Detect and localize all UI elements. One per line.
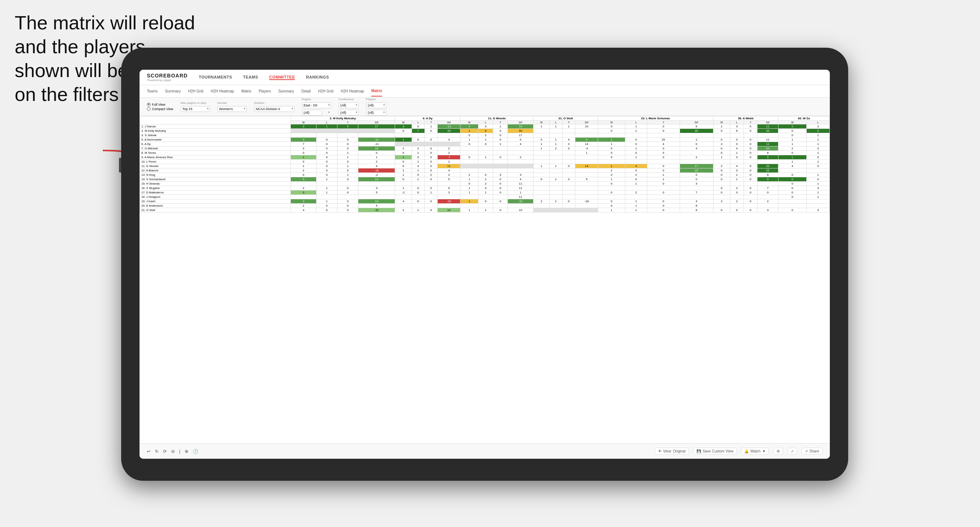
sh-l6: L xyxy=(730,121,743,124)
subnav-matrix2[interactable]: Matrix xyxy=(371,86,382,97)
cell xyxy=(395,182,412,186)
nav-teams[interactable]: TEAMS xyxy=(243,75,258,80)
compact-view-radio[interactable] xyxy=(147,107,151,111)
cell xyxy=(425,142,438,146)
zoom-in-icon[interactable]: ⊕ xyxy=(185,449,188,454)
cell xyxy=(395,142,412,146)
table-row: 9. A Maria Jimenez Rios 1011 100-7 0102 … xyxy=(140,155,830,160)
max-players-select[interactable]: Top 25 Top 50 All xyxy=(181,106,210,112)
cell: 1 xyxy=(730,151,743,155)
full-view-option[interactable]: Full View xyxy=(147,103,173,106)
players-select2[interactable]: (All) xyxy=(366,110,386,116)
subnav-h2h-grid2[interactable]: H2H Grid xyxy=(318,86,333,96)
cell: 0 xyxy=(425,168,438,173)
subnav-teams[interactable]: Teams xyxy=(147,86,158,96)
cell: 1 xyxy=(412,177,425,182)
subnav-summary1[interactable]: Summary xyxy=(165,86,181,96)
cell: 0 xyxy=(425,146,438,151)
cell: 0 xyxy=(730,138,743,142)
cell: 5 xyxy=(438,177,460,182)
subnav-detail[interactable]: Detail xyxy=(301,86,311,96)
cell xyxy=(460,160,479,164)
players-select[interactable]: (All) xyxy=(366,102,386,108)
cell: 2 xyxy=(479,133,493,138)
nav-committee[interactable]: COMMITTEE xyxy=(269,75,295,80)
refresh-icon[interactable]: ⟳ xyxy=(163,449,167,454)
cell: 1 xyxy=(460,208,479,213)
cell: 1 xyxy=(806,190,829,195)
cell: 2 xyxy=(598,168,625,173)
conference-select[interactable]: (All) xyxy=(339,102,359,108)
cell xyxy=(575,160,598,164)
division-select[interactable]: NCAA Division II NCAA Division I NCAA Di… xyxy=(254,106,294,112)
cell: 0 xyxy=(460,155,479,160)
cell xyxy=(562,195,575,199)
cell: 4 xyxy=(730,164,743,168)
subnav-summary2[interactable]: Summary xyxy=(278,86,294,96)
view-original-btn[interactable]: 👁 View: Original xyxy=(655,448,689,455)
full-view-radio[interactable] xyxy=(147,103,151,106)
cell: 0 xyxy=(743,155,757,160)
nav-rankings[interactable]: RANKINGS xyxy=(306,75,329,80)
cell xyxy=(549,160,562,164)
conference-select2[interactable]: (All) xyxy=(339,110,359,116)
subnav-matrix1[interactable]: Matrix xyxy=(241,86,251,96)
save-custom-btn[interactable]: 💾 Save Custom View xyxy=(693,448,737,455)
cell: 0 xyxy=(713,177,730,182)
compact-view-option[interactable]: Compact View xyxy=(147,107,173,111)
sh-w2: W xyxy=(395,121,412,124)
cell: 1 xyxy=(460,177,479,182)
subnav-h2h-heatmap1[interactable]: H2H Heatmap xyxy=(211,86,234,96)
cell xyxy=(508,160,533,164)
cell xyxy=(730,133,743,138)
region-select2[interactable]: (All) xyxy=(302,110,322,116)
cell: 0 xyxy=(493,182,508,186)
subnav-h2h-grid1[interactable]: H2H Grid xyxy=(188,86,204,96)
settings-btn[interactable]: ⚙ xyxy=(773,448,783,455)
cell: 2 xyxy=(757,199,778,204)
subnav-players[interactable]: Players xyxy=(259,86,271,96)
watch-btn[interactable]: 🔔 Watch ▼ xyxy=(741,448,769,455)
region-select[interactable]: East - DII West - DII (All) xyxy=(302,102,331,108)
cell: 2 xyxy=(479,177,493,182)
cell: 0 xyxy=(425,199,438,204)
cell: 4 xyxy=(395,199,412,204)
player-name: 16. X Mcgaha xyxy=(140,186,291,190)
cell: 0 xyxy=(493,155,508,160)
player-name: 15. H Stranda xyxy=(140,182,291,186)
zoom-out-icon[interactable]: ⊖ xyxy=(171,449,175,454)
matrix-container[interactable]: 2. M Kelly Mulcahy 6. A Dy 11. G Woods 2… xyxy=(140,116,830,443)
cell xyxy=(438,182,460,186)
cell: 2 xyxy=(290,168,316,173)
cell xyxy=(460,164,479,168)
cell: 7 xyxy=(680,190,713,195)
cell xyxy=(648,133,680,138)
max-players-label: Max players in view xyxy=(181,101,210,105)
cell xyxy=(533,151,549,155)
subnav-h2h-heatmap2[interactable]: H2H Heatmap xyxy=(341,86,364,96)
expand-btn[interactable]: ⤢ xyxy=(788,448,797,455)
settings-icon: ⚙ xyxy=(776,449,780,453)
nav-tournaments[interactable]: TOURNAMENTS xyxy=(199,75,232,80)
cell: 2 xyxy=(438,146,460,151)
cell xyxy=(412,195,425,199)
cell xyxy=(730,204,743,208)
cell: -2 xyxy=(395,190,412,195)
clock-icon[interactable]: 🕐 xyxy=(193,449,198,454)
cell: 0 xyxy=(460,182,479,186)
cell xyxy=(549,204,562,208)
cell: 1 xyxy=(713,124,730,129)
compact-view-label: Compact View xyxy=(152,107,173,111)
cell: 1 xyxy=(713,155,730,160)
share-btn[interactable]: ↗ Share xyxy=(802,448,822,455)
redo-icon[interactable]: ↻ xyxy=(155,449,159,454)
undo-icon[interactable]: ↩ xyxy=(147,449,151,454)
player-name: 14. S Srichantamit xyxy=(140,177,291,182)
cell: 0 xyxy=(598,129,625,133)
cell: 0 xyxy=(743,173,757,177)
gender-select[interactable]: Women's Men's xyxy=(217,106,247,112)
cell xyxy=(358,129,395,133)
cell: 11 xyxy=(757,124,778,129)
cell xyxy=(680,151,713,155)
cell xyxy=(549,186,562,190)
